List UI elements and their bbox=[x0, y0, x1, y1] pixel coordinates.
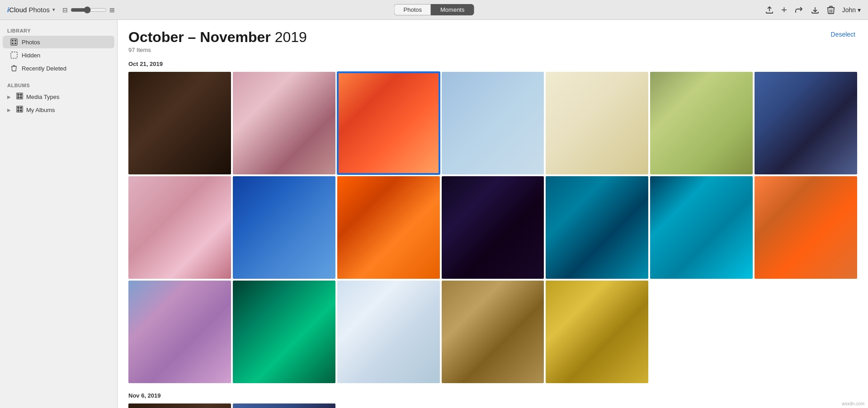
trash-icon[interactable] bbox=[827, 5, 835, 14]
page-title-area: October – November 2019 97 Items bbox=[128, 29, 307, 53]
sidebar-item-recently-deleted-label: Recently Deleted bbox=[22, 65, 66, 72]
page-title: October – November 2019 bbox=[128, 29, 307, 46]
library-section-label: Library bbox=[0, 24, 117, 35]
photo-thumb[interactable] bbox=[128, 72, 231, 174]
watermark: wsxdn.com bbox=[842, 401, 864, 406]
content-header: October – November 2019 97 Items Deselec… bbox=[128, 29, 857, 53]
photo-grid-oct bbox=[128, 72, 857, 383]
share-icon[interactable] bbox=[794, 5, 803, 14]
title-main: October – November bbox=[128, 29, 271, 45]
svg-rect-14 bbox=[17, 109, 19, 112]
user-menu[interactable]: John ▾ bbox=[842, 6, 861, 14]
photo-thumb[interactable] bbox=[233, 72, 335, 174]
svg-rect-5 bbox=[11, 52, 17, 58]
download-icon[interactable] bbox=[811, 5, 820, 14]
photos-icon bbox=[10, 38, 18, 46]
photo-thumb[interactable] bbox=[546, 281, 648, 383]
my-albums-icon bbox=[15, 106, 24, 114]
recently-deleted-icon bbox=[10, 64, 18, 72]
moments-toggle-button[interactable]: Moments bbox=[431, 4, 474, 15]
photo-thumb[interactable] bbox=[755, 176, 857, 279]
photos-label: Photos bbox=[28, 6, 50, 14]
zoom-min-icon: ⊟ bbox=[62, 6, 68, 14]
chevron-down-icon[interactable]: ▾ bbox=[52, 7, 55, 13]
zoom-max-icon: ⊞ bbox=[109, 6, 115, 14]
photo-thumb[interactable] bbox=[233, 176, 335, 279]
deselect-button[interactable]: Deselect bbox=[829, 29, 857, 40]
svg-rect-2 bbox=[14, 40, 16, 42]
view-toggle: Photos Moments bbox=[394, 4, 474, 15]
media-types-icon bbox=[15, 93, 24, 101]
photos-toggle-button[interactable]: Photos bbox=[394, 4, 431, 15]
upload-icon[interactable] bbox=[765, 5, 774, 14]
add-icon[interactable]: + bbox=[781, 4, 787, 16]
svg-rect-0 bbox=[11, 39, 17, 45]
icloud-logo: iCloud bbox=[7, 6, 27, 14]
content-area: October – November 2019 97 Items Deselec… bbox=[118, 20, 868, 408]
photo-thumb[interactable] bbox=[233, 281, 335, 383]
photo-thumb[interactable] bbox=[650, 176, 753, 279]
hidden-icon bbox=[10, 51, 18, 59]
items-count: 97 Items bbox=[128, 47, 307, 53]
photo-thumb[interactable] bbox=[755, 72, 857, 174]
photo-thumb[interactable] bbox=[546, 72, 648, 174]
svg-rect-1 bbox=[12, 40, 14, 42]
svg-rect-13 bbox=[20, 107, 22, 109]
photo-thumb[interactable] bbox=[337, 176, 440, 279]
sidebar: Library Photos Hidden bbox=[0, 20, 118, 408]
topbar: iCloud Photos ▾ ⊟ ⊞ Photos Moments + bbox=[0, 0, 868, 20]
photo-thumb[interactable] bbox=[337, 72, 440, 174]
sidebar-group-media-types[interactable]: ▶ Media Types bbox=[3, 90, 114, 103]
sidebar-item-hidden-label: Hidden bbox=[22, 52, 40, 59]
photo-thumb[interactable] bbox=[442, 176, 544, 279]
date-label-oct: Oct 21, 2019 bbox=[128, 61, 857, 67]
sidebar-group-my-albums[interactable]: ▶ My Albums bbox=[3, 103, 114, 116]
sidebar-group-media-types-label: Media Types bbox=[26, 94, 59, 100]
photo-thumb[interactable] bbox=[442, 72, 544, 174]
title-year: 2019 bbox=[275, 29, 307, 45]
photo-thumb[interactable] bbox=[128, 403, 231, 408]
date-label-nov: Nov 6, 2019 bbox=[128, 392, 857, 399]
sidebar-item-photos-label: Photos bbox=[22, 39, 40, 46]
zoom-slider[interactable] bbox=[71, 6, 107, 14]
photo-thumb[interactable] bbox=[650, 72, 753, 174]
photo-thumb[interactable] bbox=[546, 176, 648, 279]
sidebar-item-photos[interactable]: Photos bbox=[3, 36, 114, 48]
chevron-right-icon: ▶ bbox=[7, 94, 13, 99]
main-layout: Library Photos Hidden bbox=[0, 20, 868, 408]
zoom-control: ⊟ ⊞ bbox=[62, 6, 115, 14]
svg-rect-7 bbox=[17, 94, 19, 96]
svg-rect-12 bbox=[17, 107, 19, 109]
photo-grid-nov bbox=[128, 403, 857, 408]
app-logo[interactable]: iCloud Photos ▾ bbox=[7, 6, 55, 14]
svg-rect-8 bbox=[20, 94, 22, 96]
svg-rect-3 bbox=[12, 42, 14, 44]
topbar-actions: + John ▾ bbox=[765, 4, 861, 16]
svg-rect-9 bbox=[17, 96, 19, 98]
svg-rect-10 bbox=[20, 96, 22, 98]
sidebar-item-hidden[interactable]: Hidden bbox=[3, 49, 114, 61]
date-group-nov: Nov 6, 2019 bbox=[128, 392, 857, 408]
photo-thumb[interactable] bbox=[337, 281, 440, 383]
sidebar-item-recently-deleted[interactable]: Recently Deleted bbox=[3, 62, 114, 75]
date-group-oct: Oct 21, 2019 bbox=[128, 61, 857, 383]
photo-thumb[interactable] bbox=[442, 281, 544, 383]
chevron-right-icon-2: ▶ bbox=[7, 108, 13, 113]
photo-thumb[interactable] bbox=[128, 281, 231, 383]
photo-thumb[interactable] bbox=[128, 176, 231, 279]
albums-section-label: Albums bbox=[0, 79, 117, 90]
svg-rect-15 bbox=[20, 109, 22, 112]
sidebar-group-my-albums-label: My Albums bbox=[26, 107, 55, 113]
svg-rect-4 bbox=[14, 42, 16, 44]
photo-thumb[interactable] bbox=[233, 403, 335, 408]
